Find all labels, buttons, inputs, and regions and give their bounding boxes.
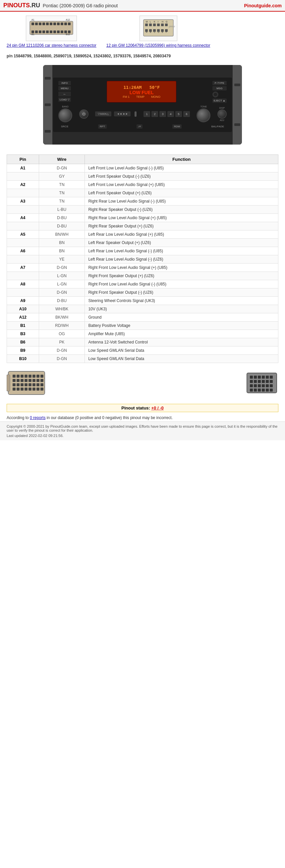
svg-rect-88 <box>250 376 253 379</box>
cell-wire: TN <box>39 181 85 189</box>
cell-pin: A6 <box>7 247 39 255</box>
cell-wire: D-GN <box>39 346 85 355</box>
cell-function: Right Rear Speaker Output (+) (UZ6) <box>85 222 278 230</box>
svg-rect-106 <box>250 389 253 392</box>
svg-rect-36 <box>153 24 156 26</box>
svg-rect-73 <box>21 383 24 386</box>
cell-wire: D-GN <box>39 264 85 272</box>
svg-rect-67 <box>29 379 31 382</box>
svg-rect-35 <box>149 24 152 26</box>
svg-text:M: M <box>146 21 148 23</box>
bottom-connector-left-svg <box>7 370 46 400</box>
cell-pin <box>7 288 39 297</box>
svg-rect-63 <box>12 379 15 382</box>
svg-rect-79 <box>12 388 15 391</box>
connector-24-link[interactable]: 24 pin GM 12110206 car stereo harness co… <box>7 43 96 48</box>
cell-function: Left Rear Speaker Output (+) (UZ6) <box>85 239 278 247</box>
svg-rect-97 <box>262 380 265 383</box>
cell-function: Left Front Speaker Output (-) (UZ6) <box>85 173 278 181</box>
cell-wire: BK/WH <box>39 313 85 321</box>
svg-rect-57 <box>21 375 24 378</box>
cell-function: Ground <box>85 313 278 321</box>
cell-function: Left Front Speaker Output (+) (UZ6) <box>85 189 278 197</box>
svg-rect-107 <box>254 389 257 392</box>
svg-rect-37 <box>157 24 160 26</box>
svg-rect-8 <box>50 23 52 25</box>
status-link[interactable]: +0 / -0 <box>152 405 164 410</box>
cell-function: Left Front Low Level Audio Signal (-) (U… <box>85 164 278 173</box>
bottom-connector-left <box>7 370 46 401</box>
cell-wire: D-BU <box>39 297 85 305</box>
svg-rect-24 <box>61 31 63 33</box>
site-logo[interactable]: PINOUTS.RU <box>3 2 40 9</box>
svg-rect-61 <box>36 375 39 378</box>
svg-rect-34 <box>145 24 148 26</box>
svg-rect-55 <box>12 375 15 378</box>
cell-pin: A7 <box>7 264 39 272</box>
cell-pin: A2 <box>7 181 39 189</box>
svg-rect-54 <box>7 375 10 391</box>
svg-rect-84 <box>32 388 35 391</box>
svg-rect-104 <box>266 384 269 387</box>
cell-wire: OG <box>39 330 85 338</box>
header: PINOUTS.RU Pontiac (2006-2009) G6 radio … <box>0 0 285 11</box>
cell-function: Low Speed GMLAN Serial Data <box>85 346 278 355</box>
svg-rect-13 <box>68 23 71 25</box>
cell-wire: L-GN <box>39 272 85 280</box>
table-row: A5BN/WHLeft Rear Low Level Audio Signal … <box>7 230 278 239</box>
cell-wire: YE <box>39 255 85 264</box>
cell-pin: A9 <box>7 297 39 305</box>
guide-logo[interactable]: Pinoutguide.com <box>244 3 282 8</box>
cell-pin: A12 <box>7 313 39 321</box>
cell-pin <box>7 206 39 214</box>
table-row: BNLeft Rear Speaker Output (+) (UZ6) <box>7 239 278 247</box>
last-updated: Last updated 2022-02-02 09:21:56. <box>7 434 278 438</box>
cell-function: Left Rear Low Level Audio Signal (+) (U8… <box>85 230 278 239</box>
page-title: Pontiac (2006-2009) G6 radio pinout <box>43 3 118 8</box>
connector-12-link[interactable]: 12 pin GM 12064799 (15305996) wiring har… <box>106 43 211 48</box>
table-row: A3TNRight Rear Low Level Audio Signal (-… <box>7 197 278 206</box>
cell-wire: WH/BK <box>39 305 85 313</box>
cell-function: Steering Wheel Controls Signal (UK3) <box>85 297 278 305</box>
svg-rect-19 <box>42 31 45 33</box>
svg-rect-18 <box>39 31 41 33</box>
svg-rect-71 <box>12 383 15 386</box>
part-numbers: p/n 15848799, 15848800, 25890719, 158905… <box>0 52 285 62</box>
cell-wire: L-GN <box>39 280 85 288</box>
svg-rect-83 <box>29 388 31 391</box>
svg-rect-5 <box>39 23 41 25</box>
table-row: A9D-BUSteering Wheel Controls Signal (UK… <box>7 297 278 305</box>
svg-rect-91 <box>262 376 265 379</box>
svg-rect-95 <box>254 380 257 383</box>
cell-pin: A3 <box>7 197 39 206</box>
svg-rect-51 <box>165 29 168 32</box>
radio-image: INFO MENU ← LOAD ▽ 11:26AM 50°F LOW FUEL… <box>43 65 242 145</box>
cell-function: Left Rear Low Level Audio Signal (-) (U8… <box>85 247 278 255</box>
cell-pin: B9 <box>7 346 39 355</box>
bottom-connectors <box>0 366 285 404</box>
cell-wire: D-GN <box>39 164 85 173</box>
svg-rect-102 <box>258 384 261 387</box>
table-row: TNLeft Front Speaker Output (+) (UZ6) <box>7 189 278 197</box>
svg-rect-12 <box>64 23 67 25</box>
cell-function: Right Front Speaker Output (+) (UZ6) <box>85 272 278 280</box>
table-row: A4D-BURight Rear Low Level Audio Signal … <box>7 214 278 222</box>
cell-pin <box>7 222 39 230</box>
svg-rect-111 <box>270 389 273 392</box>
table-row: YELeft Rear Low Level Audio Signal (-) (… <box>7 255 278 264</box>
svg-rect-62 <box>40 375 43 378</box>
svg-rect-25 <box>64 31 67 33</box>
svg-rect-66 <box>25 379 28 382</box>
reports-link[interactable]: 0 reports <box>30 415 45 420</box>
svg-rect-22 <box>53 31 56 33</box>
cell-pin: A1 <box>7 164 39 173</box>
svg-rect-90 <box>258 376 261 379</box>
cell-wire: RD/WH <box>39 321 85 330</box>
svg-rect-89 <box>254 376 257 379</box>
connector-24-image: A1 A12 B1 B12 <box>26 16 77 41</box>
table-row: L-BURight Rear Speaker Output (-) (UZ6) <box>7 206 278 214</box>
table-row: A7D-GNRight Front Low Level Audio Signal… <box>7 264 278 272</box>
svg-text:K: K <box>154 21 155 23</box>
cell-wire: PK <box>39 338 85 346</box>
svg-rect-48 <box>153 29 156 32</box>
